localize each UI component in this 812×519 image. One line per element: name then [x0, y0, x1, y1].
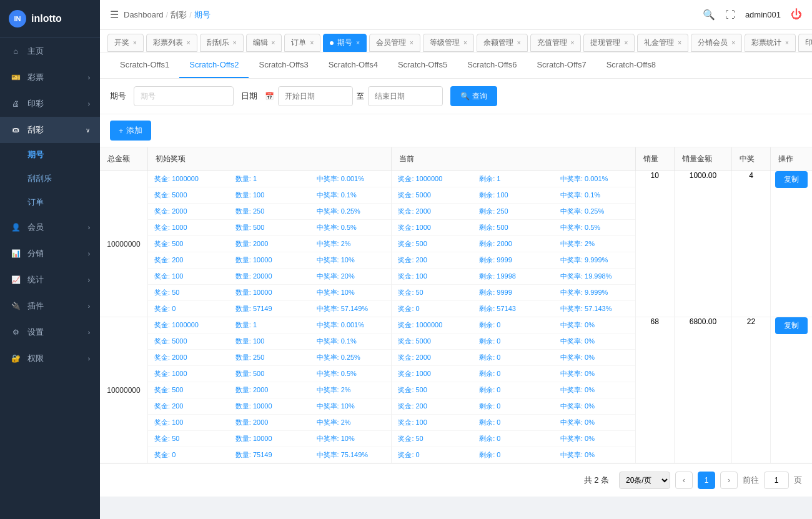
page-tab-scratch7[interactable]: Scratch-Offs7 [527, 52, 596, 78]
sidebar-item-print[interactable]: 🖨 印彩 › [0, 91, 100, 117]
breadcrumb-sep2: / [189, 10, 192, 19]
page-tab-scratch8[interactable]: Scratch-Offs8 [597, 52, 666, 78]
sidebar-item-plugin[interactable]: 🔌 插件 › [0, 293, 100, 319]
power-icon[interactable]: ⏻ [791, 8, 802, 21]
tab-member-mgmt[interactable]: 会员管理 × [369, 34, 420, 52]
sidebar-item-permissions[interactable]: 🔐 权限 › [0, 345, 100, 372]
tab-label: 刮刮乐 [207, 37, 229, 48]
distribution-icon: 📊 [10, 248, 21, 259]
sidebar-label-print: 印彩 [27, 98, 44, 109]
sidebar-item-settings[interactable]: ⚙ 设置 › [0, 319, 100, 345]
tab-lottery-stats[interactable]: 彩票统计 × [745, 34, 796, 52]
copy-button2[interactable]: 复制 [775, 317, 808, 334]
prev-page-button[interactable]: ‹ [675, 472, 693, 489]
tab-dot [330, 41, 334, 45]
breadcrumb-period[interactable]: 期号 [194, 9, 210, 21]
tab-close[interactable]: × [624, 39, 628, 46]
tab-edit[interactable]: 编辑 × [246, 34, 282, 52]
sales-amount-cell: 1000.00 [674, 171, 731, 317]
tab-close[interactable]: × [517, 39, 521, 46]
search-icon[interactable]: 🔍 [703, 9, 715, 21]
tab-close[interactable]: × [678, 39, 681, 46]
current-remain-col: 剩余: 1 剩余: 100 剩余: 250 剩余: 500 剩余: 2000 剩… [473, 171, 554, 317]
tab-close[interactable]: × [187, 39, 191, 46]
tab-close[interactable]: × [785, 39, 789, 46]
main-content: ☰ Dashboard / 刮彩 / 期号 🔍 ⛶ admin001 ⏻ 开奖 … [100, 0, 812, 519]
initial-amount-col: 奖金: 1000000 奖金: 5000 奖金: 2000 奖金: 1000 奖… [148, 171, 229, 317]
tab-close[interactable]: × [233, 39, 237, 46]
tab-level-mgmt[interactable]: 等级管理 × [423, 34, 474, 52]
tab-caipiaolb[interactable]: 彩票列表 × [146, 34, 197, 52]
page-1-button[interactable]: 1 [698, 472, 715, 489]
current-prizes-cell2: 奖金: 1000000 奖金: 5000 奖金: 2000 奖金: 1000 奖… [392, 317, 635, 463]
tab-close[interactable]: × [356, 39, 360, 46]
sidebar-subitem-order[interactable]: 订单 [0, 190, 100, 214]
sidebar-item-scratch[interactable]: 🎟 刮彩 ∨ [0, 117, 100, 143]
date-end-input[interactable] [368, 86, 443, 106]
sidebar-item-label: 主页 [27, 46, 44, 57]
breadcrumb: Dashboard / 刮彩 / 期号 [124, 9, 210, 21]
tab-withdraw-mgmt[interactable]: 提现管理 × [583, 34, 635, 52]
tab-order[interactable]: 订单 × [284, 34, 320, 52]
tab-label: 开奖 [114, 37, 129, 48]
sidebar-item-stats[interactable]: 📈 统计 › [0, 267, 100, 293]
tab-sub-member[interactable]: 分销会员 × [691, 34, 742, 52]
breadcrumb-dashboard[interactable]: Dashboard [124, 10, 164, 19]
tab-guaile[interactable]: 刮刮乐 × [200, 34, 244, 52]
filter-row: 期号 日期 📅 至 🔍 查询 [100, 79, 812, 114]
page-size-select[interactable]: 10条/页 20条/页 50条/页 100条/页 [619, 472, 670, 489]
sidebar-item-lottery[interactable]: 🎫 彩票 › [0, 64, 100, 91]
sales-cell2: 68 [635, 317, 674, 463]
plugin-icon: 🔌 [10, 300, 21, 312]
menu-icon[interactable]: ☰ [110, 9, 119, 21]
tab-close[interactable]: × [133, 39, 137, 46]
tab-close[interactable]: × [410, 39, 413, 46]
sidebar-subitem-scratchle[interactable]: 刮刮乐 [0, 167, 100, 190]
sidebar-label-stats: 统计 [27, 274, 44, 285]
page-tab-scratch3[interactable]: Scratch-Offs3 [249, 52, 318, 78]
tab-gift-mgmt[interactable]: 礼金管理 × [637, 34, 688, 52]
page-tab-scratch5[interactable]: Scratch-Offs5 [388, 52, 457, 78]
total-count: 共 2 条 [584, 475, 609, 486]
tab-label: 分销会员 [698, 37, 728, 48]
sidebar-item-member[interactable]: 👤 会员 › [0, 214, 100, 240]
tab-recharge-mgmt[interactable]: 充值管理 × [530, 34, 582, 52]
stats-icon: 📈 [10, 274, 21, 285]
add-label: 添加 [126, 125, 142, 136]
breadcrumb-scratch[interactable]: 刮彩 [171, 9, 187, 21]
chevron-icon4: › [88, 224, 90, 231]
page-tab-scratch4[interactable]: Scratch-Offs4 [319, 52, 388, 78]
initial-prizes-cell2: 奖金: 1000000 奖金: 5000 奖金: 2000 奖金: 1000 奖… [148, 317, 392, 463]
tab-print-stats[interactable]: 印彩统计 × [798, 34, 812, 52]
fullscreen-icon[interactable]: ⛶ [725, 9, 735, 21]
search-button[interactable]: 🔍 查询 [450, 86, 497, 106]
add-button[interactable]: + 添加 [110, 121, 151, 141]
tab-close[interactable]: × [731, 39, 735, 46]
period-input[interactable] [134, 86, 234, 106]
sidebar-item-distribution[interactable]: 📊 分销 › [0, 240, 100, 267]
tab-balance-mgmt[interactable]: 余额管理 × [477, 34, 528, 52]
page-tab-scratch1[interactable]: Scratch-Offs1 [110, 52, 179, 78]
tab-close[interactable]: × [463, 39, 467, 46]
date-start-input[interactable] [278, 86, 353, 106]
wins-cell2: 22 [732, 317, 771, 463]
sidebar-item-home[interactable]: ⌂ 主页 [0, 38, 100, 64]
copy-button[interactable]: 复制 [775, 171, 808, 188]
tab-close[interactable]: × [310, 39, 314, 46]
tab-period[interactable]: 期号 × [323, 34, 367, 52]
page-tab-scratch2[interactable]: Scratch-Offs2 [179, 52, 249, 78]
tab-close[interactable]: × [571, 39, 575, 46]
tab-close[interactable]: × [272, 39, 275, 46]
sidebar-label-lottery: 彩票 [27, 72, 44, 83]
sidebar-subitem-period[interactable]: 期号 [0, 143, 100, 167]
col-total: 总金额 [100, 147, 148, 171]
page-number-input[interactable] [764, 472, 789, 489]
breadcrumb-sep1: / [166, 10, 169, 19]
chevron-icon6: › [88, 277, 90, 284]
tab-label: 编辑 [253, 37, 268, 48]
page-body: Scratch-Offs1 Scratch-Offs2 Scratch-Offs… [100, 52, 812, 519]
sidebar-label-distribution: 分销 [27, 248, 44, 259]
next-page-button[interactable]: › [720, 472, 738, 489]
tab-kaijang[interactable]: 开奖 × [107, 34, 144, 52]
page-tab-scratch6[interactable]: Scratch-Offs6 [457, 52, 527, 78]
